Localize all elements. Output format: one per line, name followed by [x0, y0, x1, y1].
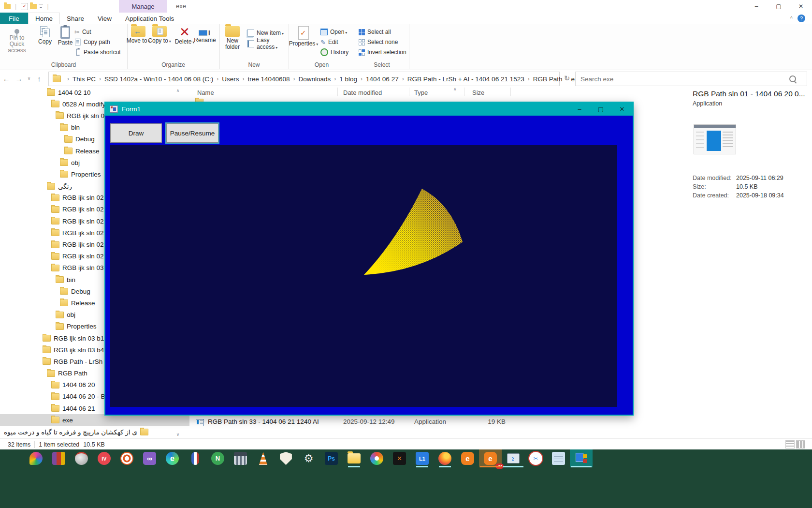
taskbar-icon-notepad[interactable]	[547, 449, 570, 467]
breadcrumb-segment[interactable]: Downloads›	[298, 75, 339, 83]
drawing-canvas[interactable]	[110, 145, 617, 407]
column-date-modified[interactable]: Date modified	[343, 89, 382, 96]
rename-icon: I	[199, 29, 211, 36]
taskbar-icon-defender[interactable]	[275, 449, 297, 467]
history-button[interactable]: History	[320, 47, 348, 57]
taskbar-icon-settings[interactable]: ⚙	[297, 449, 320, 467]
taskbar-icon-file-explorer[interactable]	[343, 449, 365, 467]
taskbar-icon-photoshop[interactable]: Ps	[320, 449, 343, 467]
taskbar-icon-globe-red[interactable]	[70, 449, 93, 467]
copy-to-button[interactable]: Copy to	[146, 26, 173, 45]
taskbar-icon-winrar[interactable]	[47, 449, 70, 467]
pause-resume-button[interactable]: Pause/Resume	[166, 123, 218, 143]
taskbar-icon-irfanview[interactable]: IV	[93, 449, 116, 467]
taskbar-icon-hwmonitor[interactable]	[184, 449, 206, 467]
search-input[interactable]	[580, 75, 789, 83]
rename-button[interactable]: I Rename	[192, 26, 218, 44]
forward-icon[interactable]: →	[13, 75, 25, 83]
new-item-button[interactable]: New item	[247, 28, 284, 38]
ribbon-group-select: Select all Select none Invert selection …	[355, 24, 409, 69]
taskbar-icon-lightshot[interactable]: L1	[411, 449, 434, 467]
open-button[interactable]: Open	[320, 27, 347, 37]
draw-button[interactable]: Draw	[110, 123, 162, 143]
taskbar-icon-calculator[interactable]	[229, 449, 252, 467]
breadcrumb-segment[interactable]: tree 14040608›	[247, 75, 298, 83]
tab-home[interactable]: Home	[28, 13, 60, 25]
tab-application-tools[interactable]: Application Tools	[118, 13, 181, 24]
select-all-button[interactable]: Select all	[359, 27, 391, 37]
form1-close-button[interactable]: ✕	[611, 103, 633, 116]
window-controls: – ▢ ✕	[745, 0, 812, 13]
customize-toolbar-icon[interactable]: ⌄	[39, 4, 43, 9]
taskbar-icon-paint-drop[interactable]	[25, 449, 47, 467]
column-name[interactable]: Name	[197, 89, 214, 96]
form1-minimize-button[interactable]: –	[569, 103, 590, 116]
scroll-down-icon[interactable]: ∨	[174, 432, 182, 437]
help-icon[interactable]: ?	[798, 15, 805, 22]
taskbar-icon-edge[interactable]: e	[161, 449, 184, 467]
maximize-button[interactable]: ▢	[768, 0, 790, 13]
taskbar: IV ∞ e N	[0, 449, 812, 508]
manage-ribbon-group[interactable]: Manage	[119, 0, 167, 13]
column-size[interactable]: Size	[472, 89, 484, 96]
taskbar-icon-snipping[interactable]: ✂	[524, 449, 547, 467]
breadcrumb-segment[interactable]: RGB Path - LrSh + AI - 1404 06 21 1523›	[407, 75, 533, 83]
file-row[interactable]: RGB Path sln 33 - 1404 06 21 1240 AI 202…	[191, 417, 689, 428]
collapse-ribbon-icon[interactable]: ^	[790, 15, 793, 21]
tree-item[interactable]: exe	[0, 414, 189, 426]
taskbar-icon-target[interactable]	[116, 449, 138, 467]
taskbar-icon-xnview[interactable]: ✕	[388, 449, 411, 467]
search-box[interactable]	[575, 72, 807, 86]
new-folder-button[interactable]: Newfolder	[219, 26, 246, 50]
form1-titlebar[interactable]: Form1 – ▢ ✕	[105, 103, 633, 116]
minimize-button[interactable]: –	[745, 0, 768, 13]
folder-icon	[47, 183, 55, 190]
breadcrumb-segment[interactable]: 1404 06 27›	[366, 75, 407, 83]
quick-access-folder-icon[interactable]	[30, 4, 37, 9]
breadcrumb-segment[interactable]: SSD 1402a - Win10 - 1404 06 08 (C:)›	[104, 75, 222, 83]
folder-icon	[51, 393, 59, 400]
breadcrumb-bar[interactable]: › This PC›SSD 1402a - Win10 - 1404 06 08…	[48, 72, 560, 86]
cut-button[interactable]: ✂Cut	[74, 27, 91, 37]
taskbar-icon-eitaa-active[interactable]: e .37	[479, 449, 502, 467]
tab-file[interactable]: File	[0, 13, 28, 24]
select-none-button[interactable]: Select none	[359, 37, 398, 47]
tab-view[interactable]: View	[91, 13, 118, 24]
copy-path-button[interactable]: Copy path	[74, 37, 110, 47]
column-type[interactable]: Type	[414, 89, 428, 96]
edit-pencil-icon: ✎	[320, 39, 326, 46]
close-button[interactable]: ✕	[790, 0, 812, 13]
edit-button[interactable]: ✎Edit	[320, 37, 338, 47]
breadcrumb-segment[interactable]: Users›	[222, 75, 247, 83]
tree-item[interactable]: ی از کهکشان مارپیچ و فرفره تا گیاه و درخ…	[0, 426, 148, 437]
taskbar-icon-firefox[interactable]	[434, 449, 456, 467]
taskbar-icon-winforms-app[interactable]	[570, 449, 593, 467]
breadcrumb-segment[interactable]: 1 blog›	[339, 75, 366, 83]
tab-share[interactable]: Share	[60, 13, 91, 24]
taskbar-icon-visual-studio[interactable]: ∞	[138, 449, 161, 467]
form1-maximize-button[interactable]: ▢	[590, 103, 611, 116]
taskbar-icon-eitaa[interactable]: e	[456, 449, 479, 467]
breadcrumb-segment[interactable]: This PC›	[72, 75, 104, 83]
easy-access-icon	[247, 40, 254, 47]
recent-locations-icon[interactable]: ∨	[25, 76, 33, 81]
quick-access-check-icon[interactable]: ✓	[21, 3, 28, 10]
up-icon[interactable]: ↑	[33, 75, 45, 83]
taskbar-icon-palette[interactable]	[365, 449, 388, 467]
paste-shortcut-button[interactable]: Paste shortcut	[74, 47, 121, 57]
thumbnails-view-icon[interactable]	[796, 440, 805, 448]
taskbar-icon-vlc[interactable]	[252, 449, 275, 467]
tree-item[interactable]: 1404 02 10	[0, 87, 189, 98]
details-view-icon[interactable]	[785, 440, 795, 448]
invert-selection-icon	[359, 49, 365, 56]
pin-to-quick-access-button[interactable]: Pin to Quickaccess	[4, 26, 30, 54]
taskbar-icon-resource-monitor[interactable]	[502, 449, 524, 467]
folder-icon	[51, 265, 59, 271]
properties-button[interactable]: Properties	[290, 26, 317, 47]
easy-access-button[interactable]: Easy access	[247, 39, 289, 48]
back-icon[interactable]: ←	[0, 75, 13, 83]
invert-selection-button[interactable]: Invert selection	[359, 47, 406, 57]
scroll-up-icon[interactable]: ∧	[174, 88, 182, 93]
taskbar-icon-notepad-green[interactable]: N	[206, 449, 229, 467]
refresh-icon[interactable]: ↻	[561, 72, 573, 85]
